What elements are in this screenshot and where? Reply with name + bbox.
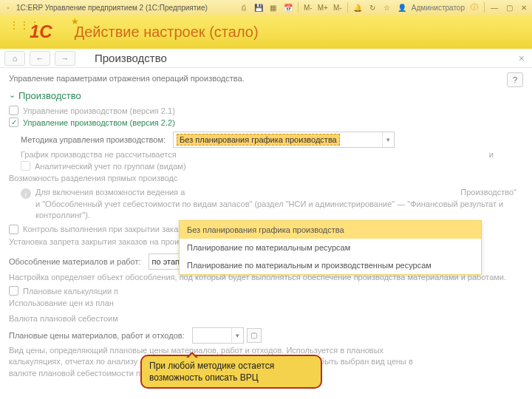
- checkbox-analytic: [21, 161, 30, 171]
- method-value: Без планирования графика производства: [177, 134, 340, 146]
- annotation-callout: При любой методике остается возможность …: [140, 355, 322, 389]
- info-paragraph: Для включения возможности ведения а Прои…: [35, 187, 523, 221]
- section-production[interactable]: Производство: [9, 90, 523, 101]
- user-name: Администратор: [412, 4, 465, 12]
- zoom-plus[interactable]: M+: [318, 2, 328, 13]
- title-bar: ◦ 1С:ERP Управление предприятием 2 (1С:П…: [0, 0, 532, 15]
- analytic-hint: Возможность разделения прямых производс: [9, 173, 523, 184]
- window-close[interactable]: ✕: [519, 2, 529, 13]
- chevron-down-icon[interactable]: ▾: [231, 328, 243, 343]
- info-icon[interactable]: ⓘ: [469, 2, 480, 13]
- breadcrumb-title: Производство: [95, 52, 167, 64]
- user-icon: 👤: [397, 2, 407, 13]
- page-description: Управление параметрами отражения операци…: [9, 74, 523, 83]
- checkbox-control[interactable]: [9, 225, 18, 234]
- page-close-button[interactable]: ×: [519, 52, 525, 64]
- star-icon[interactable]: ☆: [382, 2, 392, 13]
- dropdown-item[interactable]: Планирование по материальным и производс…: [180, 256, 481, 274]
- method-hint: График производства не рассчитывается: [21, 150, 177, 159]
- dropdown-item[interactable]: Планирование по материальным ресурсам: [180, 239, 481, 256]
- home-button[interactable]: ⌂: [4, 51, 25, 66]
- window-maximize[interactable]: ▢: [504, 2, 514, 13]
- history-icon[interactable]: ↻: [367, 2, 378, 13]
- method-hint-tail: и: [489, 150, 494, 159]
- prices-select[interactable]: ▾: [192, 327, 244, 344]
- star-band-icon[interactable]: ★: [71, 16, 79, 27]
- label-analytic: Аналитический учет по группам (видам): [35, 162, 186, 171]
- help-button[interactable]: ?: [507, 72, 523, 87]
- toolbar-print-icon[interactable]: ⎙: [239, 2, 249, 13]
- info-bullet-icon: i: [21, 188, 31, 199]
- zoom-minus[interactable]: M-: [303, 2, 313, 13]
- method-label: Методика управления производством:: [21, 135, 166, 144]
- back-button[interactable]: ←: [30, 51, 50, 66]
- method-dropdown: Без планирования графика производства Пл…: [179, 220, 482, 275]
- plan-calc-hint: Использование цен из план: [9, 298, 523, 309]
- prices-label: Плановые цены материалов, работ и отходо…: [9, 331, 185, 340]
- highlight-band: ⋮⋮⋮ ★ 1C Действие настроек (стало): [0, 15, 532, 49]
- bell-icon[interactable]: 🔔: [352, 2, 363, 13]
- toolbar-save-icon[interactable]: 💾: [253, 2, 264, 13]
- label-v22: Управление производством (версия 2.2): [23, 118, 175, 127]
- app-title: 1С:ERP Управление предприятием 2 (1С:Пре…: [16, 4, 208, 12]
- method-select[interactable]: Без планирования графика производства ▾: [173, 132, 395, 148]
- window-minimize[interactable]: —: [489, 2, 499, 13]
- chevron-down-icon[interactable]: ▾: [382, 132, 394, 147]
- app-icon: ◦: [3, 2, 13, 13]
- section-title: Производство: [18, 90, 81, 101]
- checkbox-plan-calc[interactable]: [9, 286, 18, 296]
- zoom-minus-2[interactable]: M-: [332, 2, 343, 13]
- page-heading: Действие настроек (стало): [75, 24, 259, 41]
- app-menu-grid-icon[interactable]: ⋮⋮⋮: [9, 19, 40, 31]
- nav-row: ⌂ ← → Производство ×: [0, 49, 532, 68]
- dropdown-item[interactable]: Без планирования графика производства: [180, 221, 481, 239]
- toolbar-grid-icon[interactable]: ▦: [268, 2, 279, 13]
- prices-open-button[interactable]: ▢: [247, 328, 262, 343]
- currency-label: Валюта плановой себестоим: [9, 314, 118, 323]
- checkbox-v21[interactable]: [9, 106, 18, 115]
- checkbox-v22[interactable]: [9, 117, 18, 127]
- toolbar-calendar-icon[interactable]: 📅: [283, 2, 293, 13]
- content-area: ? Управление параметрами отражения опера…: [0, 68, 532, 399]
- label-plan-calc: Плановые калькуляции п: [23, 287, 118, 296]
- forward-button[interactable]: →: [55, 51, 75, 66]
- isolation-label: Обособление материалов и работ:: [9, 257, 141, 266]
- label-v21: Управление производством (версия 2.1): [23, 106, 175, 115]
